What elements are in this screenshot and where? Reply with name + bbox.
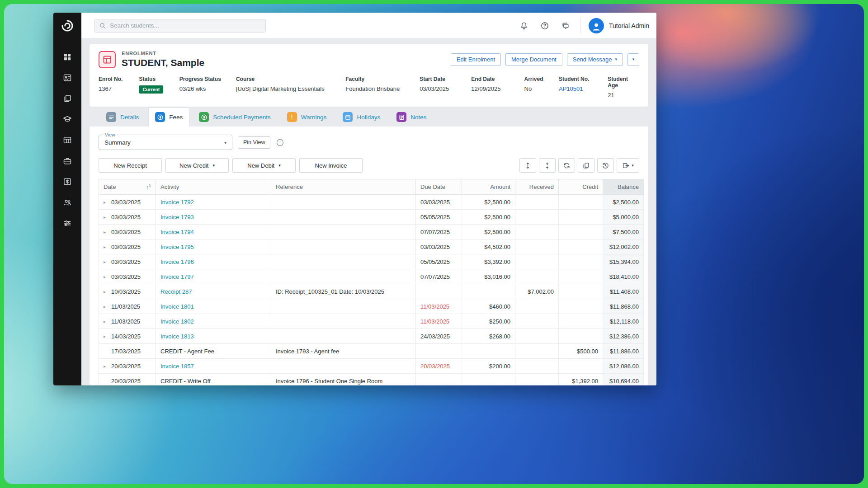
column-received[interactable]: Received	[515, 179, 559, 195]
expand-caret-icon[interactable]: ▸	[104, 200, 108, 205]
tab-fees[interactable]: Fees	[148, 108, 189, 127]
activity-link[interactable]: Invoice 1813	[160, 333, 194, 340]
sidebar-item-classes[interactable]	[58, 133, 76, 147]
messages-icon[interactable]	[561, 21, 570, 30]
tab-scheduled-payments[interactable]: Scheduled Payments	[192, 108, 278, 127]
fee-row[interactable]: ▸11/03/2025Invoice 180111/03/2025$460.00…	[99, 299, 644, 314]
fee-row[interactable]: ▸14/03/2025Invoice 181324/03/2025$268.00…	[99, 329, 644, 344]
expand-caret-icon[interactable]: ▸	[104, 259, 108, 264]
fee-row[interactable]: 20/03/2025CREDIT - Write OffInvoice 1796…	[99, 374, 644, 386]
fee-row[interactable]: ▸03/03/2025Invoice 179503/03/2025$4,502.…	[99, 239, 644, 254]
activity-link[interactable]: Invoice 1797	[160, 273, 194, 280]
activity-cell: Invoice 1794	[156, 225, 271, 239]
expand-rows-button[interactable]	[519, 158, 536, 173]
sidebar-item-finance[interactable]	[58, 174, 76, 188]
activity-link[interactable]: Invoice 1857	[160, 363, 194, 370]
received-cell: $7,002.00	[515, 284, 559, 299]
info-icon[interactable]	[276, 138, 284, 147]
column-activity[interactable]: Activity	[156, 179, 271, 195]
amount-cell	[462, 344, 515, 359]
sidebar-item-work-placement[interactable]	[58, 154, 76, 168]
sidebar-item-documents[interactable]	[58, 91, 76, 105]
activity-link[interactable]: Invoice 1802	[160, 318, 194, 325]
column-date[interactable]: Date↑1	[99, 179, 156, 195]
user-name[interactable]: Tutorial Admin	[609, 22, 649, 29]
view-select[interactable]: View Summary ▾	[99, 135, 232, 150]
reference-cell	[271, 195, 416, 210]
fee-row[interactable]: ▸03/03/2025Invoice 179605/05/2025$3,392.…	[99, 254, 644, 269]
fee-row[interactable]: ▸11/03/2025Invoice 180211/03/2025$250.00…	[99, 314, 644, 329]
expand-caret-icon[interactable]: ▸	[104, 334, 108, 339]
fee-row[interactable]: 17/03/2025CREDIT - Agent FeeInvoice 1793…	[99, 344, 644, 359]
export-button[interactable]: ▾	[617, 158, 639, 173]
activity-link[interactable]: Receipt 287	[160, 288, 192, 295]
expand-caret-icon[interactable]: ▸	[104, 274, 108, 279]
sidebar-item-academics[interactable]	[58, 112, 76, 126]
new-receipt-button[interactable]: New Receipt	[99, 158, 162, 173]
tab-warnings[interactable]: Warnings	[280, 108, 334, 127]
expand-caret-icon[interactable]: ▸	[104, 319, 108, 324]
expand-caret-icon[interactable]: ▸	[104, 215, 108, 220]
history-button[interactable]	[597, 158, 614, 173]
new-invoice-button[interactable]: New Invoice	[299, 158, 363, 173]
duplicate-button[interactable]	[578, 158, 594, 173]
search-input[interactable]	[110, 22, 261, 29]
activity-link[interactable]: Invoice 1796	[160, 258, 194, 265]
table-header-row: Date↑1ActivityReferenceDue DateAmountRec…	[99, 179, 644, 195]
fee-row[interactable]: ▸03/03/2025Invoice 179305/05/2025$2,500.…	[99, 210, 644, 225]
info-progress-status: Progress Status03/26 wks	[179, 76, 236, 99]
help-icon[interactable]	[540, 21, 549, 30]
details-icon	[106, 112, 116, 122]
info-student-no: Student No.AP10501	[559, 76, 608, 99]
tab-notes[interactable]: Notes	[390, 108, 433, 127]
expand-caret-icon[interactable]: ▸	[104, 244, 108, 249]
search-box[interactable]	[94, 19, 266, 33]
amount-cell: $2,500.00	[462, 225, 515, 239]
enrolment-eyebrow: ENROLMENT	[122, 51, 204, 56]
app-logo-icon[interactable]	[53, 13, 81, 39]
fee-row[interactable]: ▸03/03/2025Invoice 179707/07/2025$3,016.…	[99, 269, 644, 284]
tab-holidays[interactable]: Holidays	[336, 108, 387, 127]
column-amount[interactable]: Amount	[462, 179, 515, 195]
activity-link[interactable]: Invoice 1801	[160, 303, 194, 310]
send-message-button[interactable]: Send Message▾	[567, 53, 623, 66]
info-label: Progress Status	[179, 76, 236, 82]
column-balance[interactable]: Balance	[603, 179, 644, 195]
expand-caret-icon[interactable]: ▸	[104, 304, 108, 309]
sidebar-item-dashboard[interactable]	[58, 50, 76, 64]
merge-document-button[interactable]: Merge Document	[505, 53, 562, 66]
activity-link[interactable]: Invoice 1795	[160, 244, 194, 250]
fee-row[interactable]: ▸20/03/2025Invoice 185720/03/2025$200.00…	[99, 359, 644, 374]
activity-link[interactable]: Invoice 1793	[160, 214, 194, 221]
date-cell: ▸11/03/2025	[99, 299, 156, 314]
fee-row[interactable]: ▸03/03/2025Invoice 179203/03/2025$2,500.…	[99, 195, 644, 210]
new-credit-button[interactable]: New Credit▾	[165, 158, 229, 173]
column-due-date[interactable]: Due Date	[416, 179, 462, 195]
fee-row[interactable]: ▸10/03/2025Receipt 287ID: Receipt_100325…	[99, 284, 644, 299]
sidebar-item-agents[interactable]	[58, 195, 76, 209]
collapse-rows-button[interactable]	[539, 158, 556, 173]
activity-link[interactable]: Invoice 1794	[160, 229, 194, 235]
column-reference[interactable]: Reference	[271, 179, 416, 195]
sidebar-item-settings[interactable]	[58, 216, 76, 230]
new-debit-button[interactable]: New Debit▾	[232, 158, 296, 173]
reference-cell	[271, 359, 416, 374]
activity-link[interactable]: Invoice 1792	[160, 199, 194, 206]
expand-caret-icon[interactable]: ▸	[104, 289, 108, 294]
more-actions-button[interactable]: ▾	[627, 53, 639, 66]
column-credit[interactable]: Credit	[559, 179, 603, 195]
tab-details[interactable]: Details	[99, 108, 146, 127]
sidebar-item-contacts[interactable]	[58, 70, 76, 84]
expand-caret-icon[interactable]: ▸	[104, 230, 108, 235]
balance-cell: $12,118.00	[603, 314, 644, 329]
fee-row[interactable]: ▸03/03/2025Invoice 179407/07/2025$2,500.…	[99, 225, 644, 239]
notifications-icon[interactable]	[519, 21, 528, 30]
credit-cell	[559, 284, 603, 299]
student-no-link[interactable]: AP10501	[559, 85, 583, 92]
pin-view-button[interactable]: Pin View	[238, 136, 270, 149]
amount-cell: $2,500.00	[462, 210, 515, 225]
refresh-button[interactable]	[558, 158, 575, 173]
expand-caret-icon[interactable]: ▸	[104, 364, 108, 369]
edit-enrolment-button[interactable]: Edit Enrolment	[451, 53, 501, 66]
user-avatar[interactable]	[589, 18, 604, 33]
